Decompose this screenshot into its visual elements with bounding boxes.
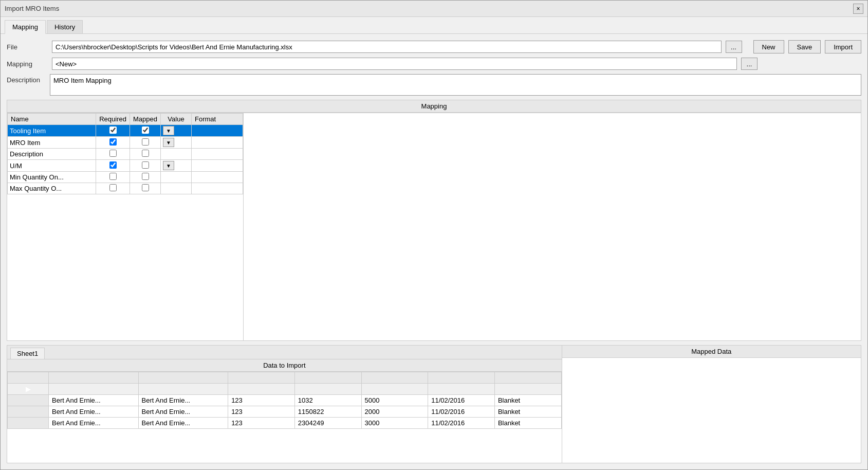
- value-cell: ▼: [161, 125, 192, 137]
- mapping-section: Mapping Name Required Mapped Value Forma…: [7, 100, 861, 341]
- mapped-cell: [130, 137, 161, 149]
- value-cell: [161, 183, 192, 194]
- col-h2: [138, 372, 228, 384]
- mapping-content-area: Name Required Mapped Value Format Toolin…: [7, 113, 861, 341]
- mapped-checkbox[interactable]: [142, 138, 149, 146]
- mapped-cell: [130, 160, 161, 172]
- required-cell: [96, 137, 130, 149]
- table-row[interactable]: Max Quantity O...: [8, 183, 243, 194]
- value-dropdown[interactable]: ▼: [163, 126, 174, 135]
- table-row[interactable]: Min Quantity On...: [8, 172, 243, 183]
- mapping-input[interactable]: [52, 58, 737, 70]
- format-cell: [192, 125, 243, 137]
- description-label: Description: [7, 74, 46, 84]
- mapping-table-area: Name Required Mapped Value Format Toolin…: [7, 113, 244, 340]
- file-input[interactable]: [52, 41, 722, 53]
- mapping-ellipsis-button[interactable]: ...: [741, 58, 758, 70]
- cell: 123: [228, 406, 295, 418]
- import-button[interactable]: Import: [825, 40, 861, 53]
- required-checkbox[interactable]: [109, 184, 117, 191]
- mapping-row: Mapping ...: [7, 58, 861, 70]
- close-button[interactable]: ×: [853, 4, 863, 14]
- cell: 11/02/2016: [428, 406, 495, 418]
- cell: 1032: [294, 395, 361, 406]
- cell: 1150822: [294, 406, 361, 418]
- cell: [361, 384, 428, 395]
- cell: Bert And Ernie...: [49, 418, 139, 429]
- mapped-cell: [130, 183, 161, 194]
- col-h6: [428, 372, 495, 384]
- required-cell: [96, 172, 130, 183]
- mapped-checkbox[interactable]: [142, 184, 149, 191]
- mapped-checkbox[interactable]: [142, 161, 149, 169]
- mapped-cell: [130, 125, 161, 137]
- mapped-checkbox[interactable]: [142, 126, 149, 134]
- sheet1-tab[interactable]: Sheet1: [10, 348, 45, 359]
- cell: 11/02/2016: [428, 418, 495, 429]
- table-row[interactable]: Bert And Ernie... Bert And Ernie... 123 …: [8, 406, 562, 418]
- cell: 2304249: [294, 418, 361, 429]
- cell: [49, 384, 139, 395]
- table-row[interactable]: Bert And Ernie... Bert And Ernie... 123 …: [8, 395, 562, 406]
- row-indicator: [8, 395, 49, 406]
- cell: 2000: [361, 406, 428, 418]
- cell: [294, 384, 361, 395]
- required-checkbox[interactable]: [109, 126, 117, 134]
- tab-history[interactable]: History: [47, 20, 83, 33]
- table-row[interactable]: Description: [8, 149, 243, 160]
- table-row[interactable]: MRO Item ▼: [8, 137, 243, 149]
- required-cell: [96, 183, 130, 194]
- required-checkbox[interactable]: [109, 150, 117, 157]
- cell: 123: [228, 395, 295, 406]
- table-row[interactable]: Tooling Item ▼: [8, 125, 243, 137]
- table-row[interactable]: Bert And Ernie... Bert And Ernie... 123 …: [8, 418, 562, 429]
- cell: 3000: [361, 418, 428, 429]
- browse-button[interactable]: ...: [726, 41, 742, 53]
- mapped-checkbox[interactable]: [142, 150, 149, 157]
- format-cell: [192, 172, 243, 183]
- required-cell: [96, 125, 130, 137]
- format-cell: [192, 160, 243, 172]
- required-checkbox[interactable]: [109, 173, 117, 180]
- mapping-right-panel: [244, 113, 861, 340]
- description-row: Description MRO Item Mapping: [7, 74, 861, 96]
- required-checkbox[interactable]: [109, 161, 117, 169]
- cell: Bert And Ernie...: [138, 406, 228, 418]
- col-h1: [49, 372, 139, 384]
- bottom-section: Sheet1 Data to Import: [7, 345, 861, 463]
- row-indicator: [8, 418, 49, 429]
- data-row-selected[interactable]: ▶: [8, 384, 562, 395]
- col-format: Format: [192, 114, 243, 125]
- cell: Bert And Ernie...: [138, 395, 228, 406]
- save-button[interactable]: Save: [788, 40, 821, 53]
- value-dropdown[interactable]: ▼: [163, 161, 174, 170]
- mapped-cell: [130, 172, 161, 183]
- value-cell: ▼: [161, 137, 192, 149]
- col-mapped: Mapped: [130, 114, 161, 125]
- cell: [494, 384, 561, 395]
- mapped-cell: [130, 149, 161, 160]
- value-dropdown[interactable]: ▼: [163, 138, 174, 147]
- col-h5: [361, 372, 428, 384]
- col-value: Value: [161, 114, 192, 125]
- required-checkbox[interactable]: [109, 138, 117, 146]
- cell: [138, 384, 228, 395]
- col-name: Name: [8, 114, 96, 125]
- main-window: Import MRO Items × Mapping History File …: [0, 0, 868, 470]
- format-cell: [192, 149, 243, 160]
- cell: [428, 384, 495, 395]
- description-area[interactable]: MRO Item Mapping: [50, 74, 861, 96]
- window-title: Import MRO Items: [5, 5, 59, 12]
- tab-mapping[interactable]: Mapping: [5, 20, 46, 34]
- data-import-table: ▶ B: [7, 372, 562, 429]
- description-value: MRO Item Mapping: [53, 77, 112, 84]
- new-button[interactable]: New: [753, 40, 784, 53]
- data-import-content: ▶ B: [7, 372, 562, 463]
- table-row[interactable]: U/M ▼: [8, 160, 243, 172]
- cell: Bert And Ernie...: [49, 395, 139, 406]
- cell: Blanket: [494, 406, 561, 418]
- required-cell: [96, 160, 130, 172]
- required-cell: [96, 149, 130, 160]
- main-content: File ... New Save Import Mapping ... Des…: [1, 34, 867, 469]
- mapped-checkbox[interactable]: [142, 173, 149, 180]
